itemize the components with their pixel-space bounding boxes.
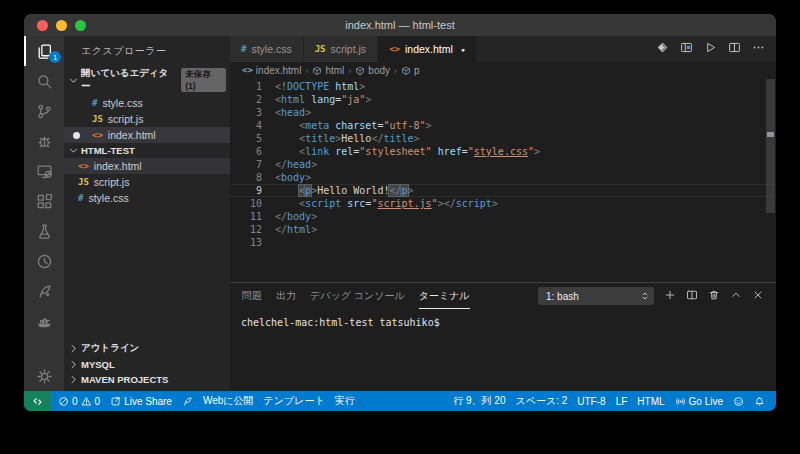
code-token: > xyxy=(408,185,414,196)
code-token xyxy=(275,133,299,144)
activity-item-live-share[interactable] xyxy=(24,276,64,306)
activity-item-test-explorer[interactable] xyxy=(24,216,64,246)
open-editor-script.js[interactable]: JSscript.js xyxy=(64,111,230,127)
panel-tab-デバッグ コンソール[interactable]: デバッグ コンソール xyxy=(310,283,405,309)
status-publish-web[interactable]: Webに公開 xyxy=(198,391,259,411)
code-line-4[interactable]: 4 <meta charset="utf-8"> xyxy=(230,119,776,132)
html-icon: <> xyxy=(78,162,89,171)
file-label: script.js xyxy=(108,113,144,125)
activity-item-manage[interactable] xyxy=(24,361,64,391)
panel-tab-出力[interactable]: 出力 xyxy=(276,283,296,309)
activity-item-extensions[interactable] xyxy=(24,186,64,216)
section-アウトライン[interactable]: アウトライン xyxy=(64,340,230,357)
breadcrumb-p[interactable]: p xyxy=(401,65,420,76)
code-token: > xyxy=(426,120,432,131)
code-editor[interactable]: 1<!DOCTYPE html>2<html lang="ja">3<head>… xyxy=(230,79,776,282)
status-problems[interactable]: 00 xyxy=(53,391,105,411)
status-quill[interactable] xyxy=(177,391,198,411)
code-line-9[interactable]: 9 <p>Hello World!</p> xyxy=(230,184,776,197)
close-window-button[interactable] xyxy=(37,20,48,31)
action-split-terminal[interactable] xyxy=(686,287,698,305)
action-open-preview[interactable] xyxy=(656,40,669,58)
code-line-7[interactable]: 7</head> xyxy=(230,158,776,171)
breadcrumb-html[interactable]: html xyxy=(312,65,344,76)
code-line-8[interactable]: 8<body> xyxy=(230,171,776,184)
whale-icon xyxy=(36,313,53,330)
extensions-icon xyxy=(36,193,53,210)
file-label: index.html xyxy=(94,160,142,172)
remote-icon xyxy=(32,396,43,407)
code-line-13[interactable]: 13 xyxy=(230,236,776,249)
status-remote[interactable] xyxy=(24,391,51,411)
activity-item-docker[interactable] xyxy=(24,306,64,336)
status-indentation[interactable]: スペース: 2 xyxy=(510,391,572,411)
status-label: Live Share xyxy=(124,396,172,407)
status-feedback[interactable] xyxy=(728,391,749,411)
activity-item-explorer[interactable]: 1 xyxy=(24,36,64,66)
code-line-5[interactable]: 5 <title>Hello</title> xyxy=(230,132,776,145)
status-encoding[interactable]: UTF-8 xyxy=(572,391,610,411)
zoom-window-button[interactable] xyxy=(75,20,86,31)
shell-selector[interactable]: 1: bash xyxy=(538,287,654,305)
action-maximize-panel[interactable] xyxy=(730,287,742,305)
status-live-share[interactable]: Live Share xyxy=(105,391,177,411)
activity-item-debug[interactable] xyxy=(24,126,64,156)
line-number: 2 xyxy=(230,93,275,106)
tab-style.css[interactable]: #style.css xyxy=(230,36,304,62)
breadcrumb-body[interactable]: body xyxy=(355,65,390,76)
editor-scrollbar[interactable] xyxy=(766,79,775,213)
tab-index.html[interactable]: <>index.html● xyxy=(378,36,477,62)
code-token: head xyxy=(287,159,311,170)
trash-icon xyxy=(708,289,720,301)
plus-icon xyxy=(664,289,676,301)
code-line-1[interactable]: 1<!DOCTYPE html> xyxy=(230,80,776,93)
open-editors-header[interactable]: 開いているエディター 未保存 (1) xyxy=(64,65,230,95)
code-token: > xyxy=(311,211,317,222)
status-label: スペース: 2 xyxy=(515,394,567,408)
action-preview-side[interactable] xyxy=(680,40,693,58)
breadcrumb-index.html[interactable]: <>index.html xyxy=(242,65,301,76)
tab-script.js[interactable]: JSscript.js xyxy=(304,36,378,62)
open-editor-style.css[interactable]: #style.css xyxy=(64,95,230,111)
tree-item-script.js[interactable]: JSscript.js xyxy=(64,174,230,190)
action-kill-terminal[interactable] xyxy=(708,287,720,305)
code-line-6[interactable]: 6 <link rel="stylesheet" href="style.css… xyxy=(230,145,776,158)
activity-item-remote-explorer[interactable] xyxy=(24,156,64,186)
folder-header[interactable]: HTML-TEST xyxy=(64,143,230,158)
code-line-10[interactable]: 10 <script src="script.js"></script> xyxy=(230,197,776,210)
minimize-window-button[interactable] xyxy=(56,20,67,31)
status-go-live[interactable]: Go Live xyxy=(670,391,728,411)
code-token: html xyxy=(281,94,305,105)
action-more-actions[interactable] xyxy=(752,40,765,58)
code-line-3[interactable]: 3<head> xyxy=(230,106,776,119)
code-token: "stylesheet" xyxy=(359,146,431,157)
status-cursor-position[interactable]: 行 9、列 20 xyxy=(448,391,510,411)
status-template[interactable]: テンプレート xyxy=(259,391,330,411)
action-run-file[interactable] xyxy=(704,40,717,58)
status-notifications[interactable] xyxy=(749,391,770,411)
code-token: </ xyxy=(444,198,456,209)
tree-item-style.css[interactable]: #style.css xyxy=(64,190,230,206)
status-run[interactable]: 実行 xyxy=(330,391,360,411)
code-line-2[interactable]: 2<html lang="ja"> xyxy=(230,93,776,106)
code-line-12[interactable]: 12</html> xyxy=(230,223,776,236)
action-new-terminal[interactable] xyxy=(664,287,676,305)
section-MYSQL[interactable]: MYSQL xyxy=(64,357,230,372)
panel-tab-ターミナル[interactable]: ターミナル xyxy=(419,283,470,309)
activity-item-code-time[interactable] xyxy=(24,246,64,276)
code-token: > xyxy=(311,159,317,170)
line-number: 8 xyxy=(230,171,275,184)
section-MAVEN PROJECTS[interactable]: MAVEN PROJECTS xyxy=(64,372,230,387)
code-line-11[interactable]: 11</body> xyxy=(230,210,776,223)
action-close-panel[interactable] xyxy=(752,287,764,305)
activity-item-source-control[interactable] xyxy=(24,96,64,126)
open-editor-index.html[interactable]: <>index.html xyxy=(64,127,230,143)
terminal-output[interactable]: chelchel-mac:html-test tatsuhiko$ xyxy=(230,309,776,336)
status-eol[interactable]: LF xyxy=(611,391,633,411)
tree-item-index.html[interactable]: <>index.html xyxy=(64,158,230,174)
status-language-mode[interactable]: HTML xyxy=(632,391,669,411)
activity-item-search[interactable] xyxy=(24,66,64,96)
action-split-editor[interactable] xyxy=(728,40,741,58)
panel-tab-問題[interactable]: 問題 xyxy=(242,283,262,309)
code-token: > xyxy=(305,172,311,183)
